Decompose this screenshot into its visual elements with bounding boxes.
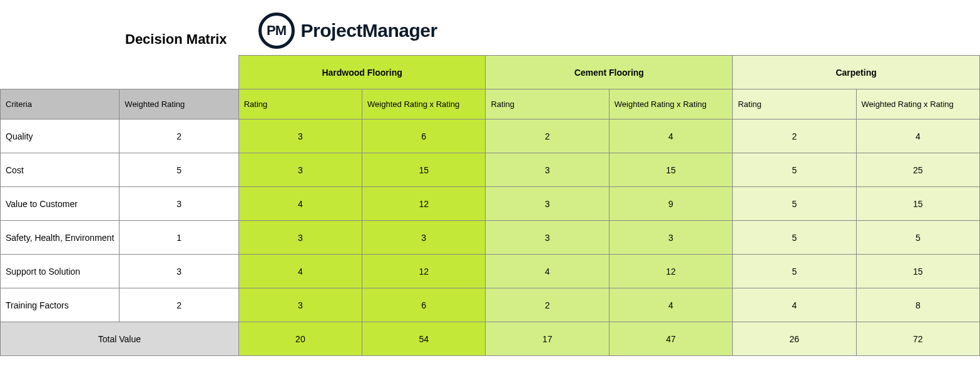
table-row: Value to Customer341239515 xyxy=(1,187,980,221)
rating-cell: 3 xyxy=(238,288,362,322)
weighted-cell: 12 xyxy=(362,187,486,221)
col-header-rating: Rating xyxy=(733,89,856,119)
weighted-cell: 12 xyxy=(609,255,732,288)
blank-cell xyxy=(1,56,239,89)
rating-cell: 2 xyxy=(486,288,609,322)
rating-cell: 4 xyxy=(238,255,362,288)
criteria-label: Cost xyxy=(1,153,120,187)
criteria-weight: 3 xyxy=(120,255,238,288)
weighted-cell: 9 xyxy=(609,187,732,221)
weighted-cell: 15 xyxy=(362,153,486,187)
option-header: Cement Flooring xyxy=(486,56,733,89)
total-cell: 54 xyxy=(362,322,486,356)
rating-cell: 2 xyxy=(733,119,856,153)
col-header-rating: Rating xyxy=(486,89,609,119)
col-header-wxr: Weighted Rating x Rating xyxy=(856,89,979,119)
option-header-row: Hardwood Flooring Cement Flooring Carpet… xyxy=(1,56,980,89)
page-title: Decision Matrix xyxy=(0,31,227,49)
decision-matrix-table: Hardwood Flooring Cement Flooring Carpet… xyxy=(0,55,980,356)
criteria-weight: 5 xyxy=(120,153,238,187)
option-header: Carpeting xyxy=(733,56,980,89)
table-row: Quality2362424 xyxy=(1,119,980,153)
col-header-criteria: Criteria xyxy=(1,89,120,119)
criteria-label: Training Factors xyxy=(1,288,120,322)
rating-cell: 3 xyxy=(238,153,362,187)
criteria-label: Quality xyxy=(1,119,120,153)
brand-logo-text: ProjectManager xyxy=(301,20,437,41)
col-header-wxr: Weighted Rating x Rating xyxy=(362,89,486,119)
table-row: Cost5315315525 xyxy=(1,153,980,187)
brand-logo: PM ProjectManager xyxy=(258,13,437,49)
weighted-cell: 4 xyxy=(856,119,979,153)
table-row: Safety, Health, Environment1333355 xyxy=(1,221,980,255)
weighted-cell: 15 xyxy=(856,255,979,288)
brand-logo-icon: PM xyxy=(258,13,295,49)
rating-cell: 4 xyxy=(486,255,609,288)
page-header: Decision Matrix PM ProjectManager xyxy=(0,13,980,49)
criteria-weight: 3 xyxy=(120,187,238,221)
rating-cell: 3 xyxy=(486,153,609,187)
weighted-cell: 3 xyxy=(609,221,732,255)
col-header-rating: Rating xyxy=(238,89,362,119)
criteria-label: Value to Customer xyxy=(1,187,120,221)
weighted-cell: 6 xyxy=(362,119,486,153)
total-cell: 72 xyxy=(856,322,979,356)
rating-cell: 2 xyxy=(486,119,609,153)
weighted-cell: 8 xyxy=(856,288,979,322)
rating-cell: 5 xyxy=(733,221,856,255)
total-cell: 17 xyxy=(486,322,609,356)
weighted-cell: 4 xyxy=(609,288,732,322)
criteria-label: Safety, Health, Environment xyxy=(1,221,120,255)
col-header-weighted: Weighted Rating xyxy=(120,89,238,119)
rating-cell: 5 xyxy=(733,153,856,187)
total-label: Total Value xyxy=(1,322,239,356)
weighted-cell: 6 xyxy=(362,288,486,322)
rating-cell: 3 xyxy=(486,221,609,255)
totals-row: Total Value 20 54 17 47 26 72 xyxy=(1,322,980,356)
total-cell: 20 xyxy=(238,322,362,356)
rating-cell: 4 xyxy=(733,288,856,322)
rating-cell: 5 xyxy=(733,255,856,288)
table-row: Support to Solution3412412515 xyxy=(1,255,980,288)
rating-cell: 3 xyxy=(486,187,609,221)
rating-cell: 5 xyxy=(733,187,856,221)
weighted-cell: 12 xyxy=(362,255,486,288)
weighted-cell: 15 xyxy=(609,153,732,187)
table-row: Training Factors2362448 xyxy=(1,288,980,322)
sub-header-row: Criteria Weighted Rating Rating Weighted… xyxy=(1,89,980,119)
weighted-cell: 4 xyxy=(609,119,732,153)
criteria-weight: 2 xyxy=(120,119,238,153)
criteria-weight: 1 xyxy=(120,221,238,255)
total-cell: 26 xyxy=(733,322,856,356)
weighted-cell: 5 xyxy=(856,221,979,255)
col-header-wxr: Weighted Rating x Rating xyxy=(609,89,732,119)
total-cell: 47 xyxy=(609,322,732,356)
rating-cell: 3 xyxy=(238,119,362,153)
rating-cell: 4 xyxy=(238,187,362,221)
rating-cell: 3 xyxy=(238,221,362,255)
weighted-cell: 3 xyxy=(362,221,486,255)
weighted-cell: 15 xyxy=(856,187,979,221)
criteria-weight: 2 xyxy=(120,288,238,322)
weighted-cell: 25 xyxy=(856,153,979,187)
criteria-label: Support to Solution xyxy=(1,255,120,288)
option-header: Hardwood Flooring xyxy=(238,56,486,89)
